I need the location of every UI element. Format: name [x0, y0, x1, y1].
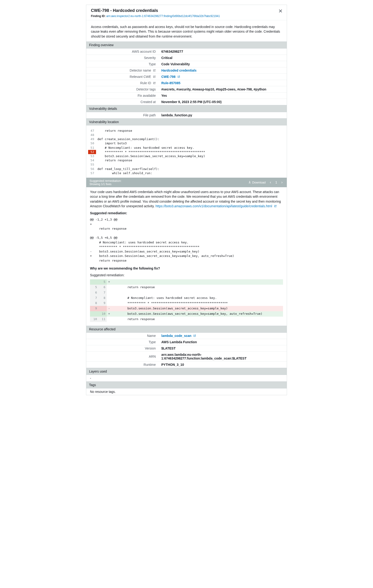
diff-row: 78 # Noncompliant: uses hardcoded secret…	[90, 295, 283, 301]
pager-current: 1	[275, 180, 277, 184]
code-line-number: 49	[88, 137, 96, 141]
pager-next-button[interactable]: ›	[280, 180, 283, 184]
diff-sign	[107, 290, 111, 295]
diff-code: return response	[111, 317, 283, 322]
overview-value: Hardcoded credentials	[158, 67, 287, 74]
diff-row: 9- boto3.session.Session(aws_secret_acce…	[90, 306, 283, 311]
resource-key: Runtime	[86, 361, 158, 368]
diff-code: boto3.session.Session(aws_secret_access_…	[111, 306, 283, 311]
code-line: 50 import boto3	[88, 141, 285, 146]
overview-row: Rule ID Rule-857085	[86, 80, 287, 86]
resource-value: $LATEST	[158, 345, 287, 351]
external-link-icon	[274, 204, 277, 207]
resource-value: lambda_code_scan	[158, 333, 287, 339]
pager-prev-button[interactable]: ‹	[269, 180, 272, 184]
code-line-number: 50	[88, 141, 96, 146]
diff-sign: +	[107, 311, 111, 317]
resource-key: Name	[86, 333, 158, 339]
remediation-doc-link[interactable]: https://boto3.amazonaws.com/v1/documenta…	[155, 204, 272, 208]
overview-value: 674634298277	[158, 49, 287, 55]
diff-code: return response	[111, 285, 283, 290]
overview-row: Detector name Hardcoded credentials	[86, 67, 287, 74]
remediation-diff-text: @@ -1,2 +1,3 @@ + return response @@ -5,…	[90, 217, 283, 263]
code-line-text: return response	[96, 158, 285, 162]
diff-old-ln	[90, 279, 98, 285]
finding-description: Access credentials, such as passwords an…	[86, 20, 287, 42]
diff-sign	[107, 301, 111, 306]
vuln-details-key: File path	[86, 112, 158, 118]
overview-value: CWE-798	[158, 74, 287, 80]
diff-row: 1011 return response	[90, 317, 283, 322]
code-line-number: 51	[88, 146, 96, 150]
overview-key: Detector name	[86, 67, 158, 74]
resource-table: Name lambda_code_scan Type AWS Lambda Fu…	[86, 333, 287, 368]
code-line-number: 53	[88, 154, 96, 158]
section-heading-vuln-location: Vulnerability location	[86, 118, 287, 126]
diff-row: 89 ********** * ************************…	[90, 301, 283, 306]
diff-new-ln: 6	[98, 285, 107, 290]
download-button[interactable]: Download	[248, 180, 266, 184]
diff-code: # Noncompliant: uses hardcoded secret ac…	[111, 295, 283, 301]
code-snippet: 47 return response4849def create_session…	[86, 126, 287, 178]
pager: ‹ 1 ›	[269, 180, 283, 184]
code-line-number: 54	[88, 158, 96, 162]
overview-row: Created at November 9, 2023 2:55 PM (UTC…	[86, 99, 287, 105]
code-line-text	[96, 162, 285, 167]
code-line-text: ********** * ***************************…	[96, 150, 285, 154]
remediation-diff-table: 5+56 return response6778 # Noncompliant:…	[90, 279, 283, 322]
overview-value-link[interactable]: Rule-857085	[161, 81, 180, 85]
overview-table: AWS account ID 674634298277Severity Crit…	[86, 49, 287, 105]
code-line: 49def create_session_noncompliant():	[88, 137, 285, 141]
diff-new-ln: 10	[98, 311, 107, 317]
close-button[interactable]: ✕	[278, 8, 282, 14]
resource-value-link[interactable]: lambda_code_scan	[161, 334, 191, 338]
overview-row: Relevant CWE CWE-798	[86, 74, 287, 80]
overview-value: Rule-857085	[158, 80, 287, 86]
diff-new-ln: 11	[98, 317, 107, 322]
overview-value: #secrets, #security, #owasp-top10, #top2…	[158, 86, 287, 92]
section-heading-tags: Tags	[86, 381, 287, 388]
diff-code: boto3.session.Session(aws_secret_access_…	[111, 311, 283, 317]
code-line-text	[96, 133, 285, 137]
resource-key: ARN	[86, 351, 158, 361]
overview-key: Detector tags	[86, 86, 158, 92]
code-line-text: boto3.session.Session(aws_secret_access_…	[96, 154, 285, 158]
remediation-body: Your code uses hardcoded AWS credentials…	[86, 187, 287, 326]
code-line: 56def read_loop_till_overflow(self):	[88, 167, 285, 171]
tags-body: No resource tags.	[86, 388, 287, 395]
diff-old-ln: 10	[90, 317, 98, 322]
code-line-text: def read_loop_till_overflow(self):	[96, 167, 285, 171]
resource-key: Type	[86, 339, 158, 345]
diff-code	[111, 279, 283, 285]
resource-row: Name lambda_code_scan	[86, 333, 287, 339]
overview-row: Type Code Vulnerability	[86, 61, 287, 67]
overview-key: Type	[86, 61, 158, 67]
code-line: 51 # Noncompliant: uses hardcoded secret…	[88, 146, 285, 150]
diff-new-ln: 9	[98, 301, 107, 306]
close-icon: ✕	[278, 8, 282, 14]
code-line: 55	[88, 162, 285, 167]
download-label: Download	[252, 181, 266, 184]
finding-id-label: Finding ID:	[91, 14, 106, 18]
diff-new-ln: 5	[98, 279, 107, 285]
overview-row: AWS account ID 674634298277	[86, 49, 287, 55]
overview-value-link[interactable]: Hardcoded credentials	[161, 69, 197, 72]
diff-row: 5+	[90, 279, 283, 285]
overview-value: Code Vulnerability	[158, 61, 287, 67]
remediation-bar-title: Suggested remediation:	[90, 179, 245, 183]
section-heading-layers: Layers used	[86, 368, 287, 375]
diff-sign	[107, 285, 111, 290]
overview-value-link[interactable]: CWE-798	[161, 75, 176, 79]
finding-id-link[interactable]: arn:aws:inspector2:eu-north-1:6746342982…	[106, 14, 220, 18]
diff-old-ln: 6	[90, 290, 98, 295]
resource-value: PYTHON_3_10	[158, 361, 287, 368]
diff-old-ln: 8	[90, 301, 98, 306]
vuln-details-value: lambda_function.py	[158, 112, 287, 118]
code-line-text: # Noncompliant: uses hardcoded secret ac…	[96, 146, 285, 150]
external-link-icon	[177, 75, 180, 78]
resource-row: Version $LATEST	[86, 345, 287, 351]
overview-value: Yes	[158, 92, 287, 99]
code-line: 47 return response	[88, 129, 285, 133]
code-line-text: while self.should_run:	[96, 171, 285, 175]
diff-sign: -	[107, 306, 111, 311]
